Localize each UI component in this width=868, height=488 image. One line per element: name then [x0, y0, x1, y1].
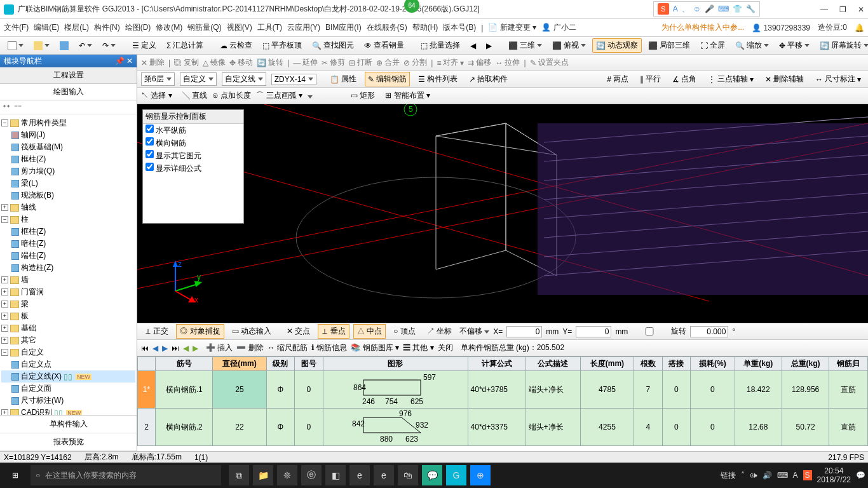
- break-btn[interactable]: ⊟ 打断: [349, 57, 372, 68]
- new-change-button[interactable]: 📄 新建变更 ▾: [488, 22, 536, 33]
- col-len[interactable]: 长度(mm): [580, 357, 634, 371]
- dynview-button[interactable]: 🔄 动态观察: [592, 38, 642, 53]
- tree-beam2[interactable]: +梁: [1, 298, 135, 310]
- tree-framecol[interactable]: 框柱(Z): [1, 153, 135, 165]
- col-idx[interactable]: [138, 357, 156, 371]
- trim-btn[interactable]: ✂ 修剪: [322, 57, 345, 68]
- rot-check[interactable]: [632, 327, 667, 336]
- close-btn[interactable]: 关闭: [438, 342, 453, 353]
- tray-a-icon[interactable]: A: [793, 471, 798, 480]
- tree-opening[interactable]: +门窗洞: [1, 286, 135, 298]
- inter-btn[interactable]: ✕ 交点: [283, 324, 314, 339]
- threed-button[interactable]: ⬛ 三维: [505, 38, 546, 53]
- nav-last[interactable]: ⏭: [172, 344, 179, 353]
- pin-icon[interactable]: 📌 ✕: [115, 57, 133, 65]
- menu-component[interactable]: 构件(N): [94, 22, 120, 33]
- arc3-btn[interactable]: ⌒ 三点画弧 ▾: [256, 90, 302, 101]
- store-icon[interactable]: 🛍: [398, 465, 418, 485]
- tray-clock[interactable]: 20:542018/7/22: [817, 466, 851, 485]
- ie-icon[interactable]: e: [374, 465, 394, 485]
- rotate-btn[interactable]: 🔄 旋转: [257, 57, 283, 68]
- app2-icon[interactable]: ◧: [325, 465, 346, 485]
- tree-other[interactable]: +其它: [1, 334, 135, 346]
- mid-btn[interactable]: △ 中点: [353, 324, 386, 339]
- nav-prev[interactable]: ◀: [153, 344, 158, 353]
- col-cat[interactable]: 钢筋归: [829, 357, 868, 371]
- pan-button[interactable]: ✥ 平移: [775, 38, 813, 53]
- col-tw[interactable]: 总重(kg): [782, 357, 829, 371]
- tray-net-icon[interactable]: 🕪: [750, 471, 757, 480]
- save-button[interactable]: [56, 39, 72, 52]
- menu-version[interactable]: 版本号(B): [443, 22, 476, 33]
- tree-col[interactable]: −柱: [1, 214, 135, 226]
- insert-btn[interactable]: ➕ 插入: [206, 342, 233, 353]
- fullscreen-button[interactable]: ⛶ 全屏: [696, 38, 729, 53]
- batchsel-button[interactable]: ⬚ 批量选择: [417, 38, 464, 53]
- ime-bar[interactable]: S A 、 ☺ 🎤 ⌨ 👕 🔧: [653, 1, 760, 17]
- copy-btn[interactable]: ⿻ 复制: [174, 57, 199, 68]
- tree-axis[interactable]: +轴线: [1, 201, 135, 214]
- bell-icon[interactable]: 🔔: [855, 24, 864, 32]
- tree-slab2[interactable]: +板: [1, 310, 135, 322]
- open-button[interactable]: [30, 39, 53, 52]
- rot-input[interactable]: [690, 326, 728, 337]
- menu-bim[interactable]: BIM应用(I): [325, 22, 362, 33]
- nav-first[interactable]: ⏮: [141, 344, 149, 353]
- menu-view[interactable]: 视图(V): [227, 22, 252, 33]
- ime-punct[interactable]: 、: [682, 4, 689, 15]
- threeaux-button[interactable]: ⋮ 三点辅轴 ▾: [705, 72, 757, 86]
- tab-single[interactable]: 单构件输入: [0, 416, 137, 433]
- tray-vol-icon[interactable]: 🔊: [763, 471, 772, 480]
- type-combo[interactable]: 自定义线: [222, 72, 266, 86]
- col-dia[interactable]: 直径(mm): [213, 357, 266, 371]
- menu-tool[interactable]: 工具(T): [257, 22, 282, 33]
- delaux-button[interactable]: ✕ 删除辅轴: [762, 72, 807, 86]
- rebar-display-panel[interactable]: 钢筋显示控制面板 水平纵筋 横向钢筋 显示其它图元 显示详细公式: [142, 109, 244, 224]
- menu-cloud[interactable]: 云应用(Y): [287, 22, 320, 33]
- close-button[interactable]: ✕: [858, 5, 864, 14]
- ptangle-button[interactable]: ∡ 点角: [669, 72, 700, 86]
- chat-icon[interactable]: 💬: [422, 465, 442, 485]
- tree-conscol[interactable]: 构造柱(Z): [1, 262, 135, 274]
- tree-shear[interactable]: 剪力墙(Q): [1, 165, 135, 177]
- coord-btn[interactable]: ↗ 坐标: [423, 324, 456, 339]
- tree-raft[interactable]: 筏板基础(M): [1, 141, 135, 153]
- ortho-btn[interactable]: ⊥ 正交: [141, 324, 172, 339]
- menu-file[interactable]: 文件(F): [4, 22, 29, 33]
- offset-btn[interactable]: ⇉ 偏移: [468, 57, 491, 68]
- col-fig[interactable]: 图号: [295, 357, 323, 371]
- id-combo[interactable]: ZDYX-14: [271, 74, 316, 85]
- nav-next[interactable]: ▶: [162, 344, 168, 353]
- expand-icon[interactable]: ⁺⁺: [3, 103, 10, 112]
- tree-custpt[interactable]: 自定义点: [1, 358, 135, 370]
- tree-framecol2[interactable]: 框柱(Z): [1, 226, 135, 238]
- lib-btn[interactable]: 📚 钢筋图库 ▾: [351, 342, 399, 353]
- dyninput-btn[interactable]: ▭ 动态输入: [228, 324, 275, 339]
- col-formula[interactable]: 计算公式: [468, 357, 526, 371]
- nav-prev2[interactable]: ◀: [183, 344, 189, 353]
- col-desc[interactable]: 公式描述: [526, 357, 580, 371]
- tray-up-icon[interactable]: ˄: [741, 471, 745, 480]
- new-button[interactable]: [4, 39, 27, 52]
- findgraph-button[interactable]: 🔍 查找图元: [308, 38, 358, 53]
- viewrebar-button[interactable]: 👁 查看钢量: [360, 38, 408, 53]
- start-button[interactable]: ⊞: [3, 465, 28, 485]
- minimize-button[interactable]: —: [820, 5, 828, 14]
- table-row[interactable]: 2 横向钢筋.2 22 Φ 0 976842932880623 40*d+337…: [138, 409, 868, 446]
- perp-btn[interactable]: ⊥ 垂点: [318, 324, 349, 339]
- delete-btn[interactable]: ✕ 删除: [141, 57, 165, 68]
- tab-settings[interactable]: 工程设置: [0, 67, 137, 84]
- chk-trans[interactable]: 横向钢筋: [143, 137, 243, 149]
- chk-formula[interactable]: 显示详细公式: [143, 162, 243, 175]
- table-row[interactable]: 1* 横向钢筋.1 25 Φ 0 597864246754625 40*d+37…: [138, 371, 868, 409]
- menu-edit[interactable]: 编辑(E): [34, 22, 59, 33]
- move-btn[interactable]: ✥ 移动: [229, 57, 253, 68]
- edge2-icon[interactable]: e: [349, 465, 370, 485]
- menu-help[interactable]: 帮助(H): [412, 22, 438, 33]
- align-btn[interactable]: ≡ 对齐 ▾: [437, 57, 464, 68]
- menu-online[interactable]: 在线服务(S): [367, 22, 407, 33]
- tree-dimmark[interactable]: 尺寸标注(W): [1, 395, 135, 407]
- scrrot-button[interactable]: 🔄 屏幕旋转: [816, 38, 868, 53]
- smart-btn[interactable]: ⊞ 智能布置 ▾: [385, 90, 430, 101]
- offset-combo[interactable]: 不偏移: [459, 326, 489, 337]
